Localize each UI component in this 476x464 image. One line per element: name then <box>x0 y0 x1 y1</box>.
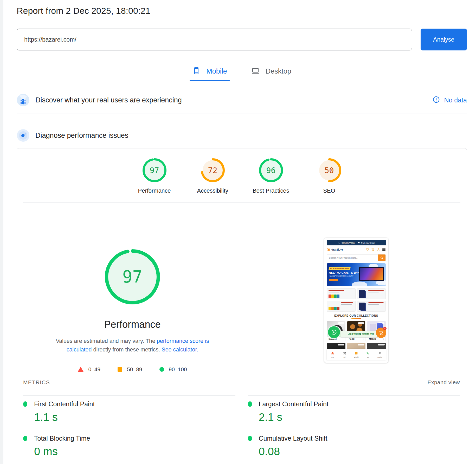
metric-status-dot <box>23 401 27 407</box>
score-label: Accessibility <box>197 187 228 194</box>
category-icon <box>355 351 358 356</box>
score-label: Performance <box>138 187 171 194</box>
see-calculator-link[interactable]: See calculator. <box>162 347 198 353</box>
preview-promo-banners <box>327 288 386 312</box>
score-value: 72 <box>201 158 225 182</box>
metric-label: First Contentful Paint <box>34 400 95 408</box>
smartphone-icon <box>192 67 201 76</box>
call-icon <box>366 351 370 356</box>
hero-cta-button <box>329 279 338 281</box>
performance-score-gauge: 97 <box>105 249 160 304</box>
metric-label: Largest Contentful Paint <box>259 400 329 408</box>
tab-desktop-label: Desktop <box>266 67 291 75</box>
score-gauge-accessibility[interactable]: 72 Accessibility <box>191 158 235 194</box>
tab-mobile-label: Mobile <box>206 67 227 75</box>
tab-desktop[interactable]: Desktop <box>248 64 294 81</box>
preview-nav-category: ক্যাটাগরি <box>350 349 362 360</box>
info-icon[interactable] <box>433 96 440 104</box>
home-icon <box>331 351 334 356</box>
metric-cumulative-layout-shift: Cumulative Layout Shift 0.08 <box>248 430 460 464</box>
preview-track-order: Track Your Order <box>361 242 375 244</box>
lab-report-card: 97 Performance 72 Accessibility 96 Best … <box>17 148 467 464</box>
preview-search-placeholder: Search Your Product Here... <box>327 257 378 259</box>
no-data-link[interactable]: No data <box>444 96 467 104</box>
score-value: 50 <box>317 158 341 182</box>
wishlist-heart-icon <box>366 247 369 252</box>
preview-nav-label: কল <box>367 356 369 358</box>
preview-nav-call: কল <box>362 349 374 360</box>
score-value: 97 <box>143 158 166 182</box>
preview-collections: EXPLORE OUR COLLECTIONS <box>327 314 386 319</box>
promo-banner <box>357 288 386 299</box>
metric-value: 0 ms <box>34 445 235 458</box>
performance-disclaimer: Values are estimated and may vary. The p… <box>47 337 218 354</box>
brand-cart-icon <box>327 248 330 252</box>
search-icon <box>378 254 385 261</box>
legend-square-icon <box>118 367 122 372</box>
profile-icon <box>378 351 382 356</box>
real-users-icon <box>17 94 30 107</box>
score-gauge-performance[interactable]: 97 Performance <box>133 158 176 194</box>
category-score-gauges: 97 Performance 72 Accessibility 96 Best … <box>17 158 467 194</box>
score-gauge-best-practices[interactable]: 96 Best Practices <box>249 158 293 194</box>
account-icon <box>377 247 380 252</box>
metric-status-dot <box>23 436 27 441</box>
expand-view-button[interactable]: Expand view <box>427 379 460 385</box>
preview-brand-name: বাজারেই.কম <box>331 248 343 252</box>
gauges-divider <box>23 202 460 202</box>
hero-tv-image <box>359 267 384 281</box>
metric-total-blocking-time: Total Blocking Time 0 ms <box>23 430 235 464</box>
diagnose-compass-icon <box>17 129 30 142</box>
final-screenshot-thumbnail[interactable]: +8801821772211 Track Your Order বাজারেই.… <box>324 238 388 363</box>
hero-badge: 8.8 MONSOON MADNESS <box>329 267 351 270</box>
disclaimer-text: directly from these metrics. <box>92 347 162 353</box>
preview-nav-cart: কার্ট <box>338 349 350 360</box>
preview-nav-label: ক্যাটাগরি <box>354 356 358 358</box>
disclaimer-text: Values are estimated and may vary. The <box>56 338 157 344</box>
metric-label: Total Blocking Time <box>34 435 90 442</box>
section-divider <box>17 114 467 114</box>
legend-circle-icon <box>159 367 164 372</box>
score-label: Best Practices <box>253 187 289 194</box>
analyse-button[interactable]: Analyse <box>421 29 467 50</box>
metric-first-contentful-paint: First Contentful Paint 1.1 s <box>23 395 235 430</box>
preview-hero-banner: 8.8 MONSOON MADNESS ADD TO CART & WIN Ha… <box>327 263 386 286</box>
metric-value: 0.08 <box>259 445 460 458</box>
metric-value: 1.1 s <box>34 411 235 423</box>
column-divider <box>241 249 241 332</box>
metrics-heading: METRICS <box>23 379 50 385</box>
cart-icon <box>343 351 346 356</box>
legend-triangle-icon <box>78 367 83 372</box>
preview-phone-number: +8801821772211 <box>340 242 355 244</box>
performance-summary-column: 97 Performance Values are estimated and … <box>27 249 237 372</box>
diagnose-section-row: Diagnose performance issues <box>17 128 467 143</box>
promo-banner <box>327 288 356 299</box>
preview-topbar: +8801821772211 Track Your Order <box>327 240 386 245</box>
legend-item-circle: 90–100 <box>159 366 187 372</box>
device-tabs: Mobile Desktop <box>17 64 467 81</box>
phone-icon <box>338 242 340 244</box>
promo-banner <box>357 301 386 312</box>
metric-label: Cumulative Layout Shift <box>259 435 327 442</box>
legend-item-triangle: 0–49 <box>78 366 100 372</box>
metric-status-dot <box>248 401 252 407</box>
metric-largest-contentful-paint: Largest Contentful Paint 2.1 s <box>248 395 460 430</box>
legend-item-square: 50–89 <box>118 366 142 372</box>
preview-bottom-nav: হোম কার্ট ক্যাটাগরি কল প্রোফাইল <box>327 349 386 360</box>
preview-nav-label: কার্ট <box>343 356 345 358</box>
tab-mobile[interactable]: Mobile <box>190 64 230 81</box>
diagnose-title: Diagnose performance issues <box>35 132 128 140</box>
metric-value: 2.1 s <box>259 411 460 423</box>
performance-heading: Performance <box>27 319 237 330</box>
cart-count-badge: 0 <box>383 327 387 330</box>
metrics-grid: First Contentful Paint 1.1 s Largest Con… <box>23 395 460 464</box>
collections-heading: EXPLORE OUR COLLECTIONS <box>327 314 386 317</box>
url-row: https://bazarei.com/ Analyse <box>17 29 467 50</box>
score-value: 96 <box>259 158 283 182</box>
whatsapp-icon <box>327 325 341 339</box>
url-input[interactable]: https://bazarei.com/ <box>17 29 412 50</box>
promo-banner <box>327 301 356 312</box>
score-gauge-seo[interactable]: 50 SEO <box>307 158 351 194</box>
metrics-header-row: METRICS Expand view <box>23 379 460 385</box>
preview-nav-home: হোম <box>327 349 338 360</box>
